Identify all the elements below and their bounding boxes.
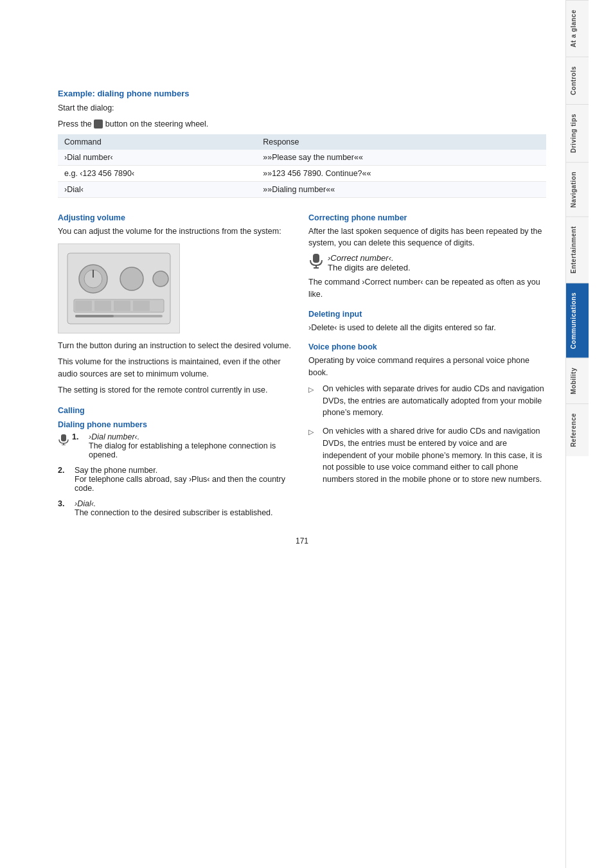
correct-cmd: ›Correct number‹. (328, 253, 394, 263)
example-dialing-heading: Example: dialing phone numbers (58, 89, 546, 98)
adjusting-volume-body3: This volume for the instructions is main… (58, 356, 296, 380)
example-dialing-intro1: Start the dialog: (58, 102, 546, 114)
voice-phone-book-bullets: ▷On vehicles with separate drives for au… (308, 383, 546, 486)
deleting-input-body: ›Delete‹ is used to delete all the digit… (308, 322, 546, 334)
adjusting-volume-heading: Adjusting volume (58, 213, 296, 222)
deleting-input-heading: Deleting input (308, 310, 546, 319)
step-2-desc: For telephone calls abroad, say ›Plus‹ a… (75, 475, 285, 493)
example-dialing-section: Example: dialing phone numbers Start the… (58, 89, 546, 198)
voice-phone-book-body: Operating by voice command requires a pe… (308, 355, 546, 379)
voice-phone-book-heading: Voice phone book (308, 342, 546, 351)
bullet-text: On vehicles with separate drives for aud… (323, 383, 546, 419)
step-3-desc: The connection to the desired subscriber… (75, 508, 273, 517)
adjusting-volume-body2: Turn the button during an instruction to… (58, 340, 296, 352)
svg-rect-11 (75, 315, 114, 317)
correcting-phone-body2: The command ›Correct number‹ can be repe… (308, 276, 546, 301)
table-cell-response: »»Please say the number«« (256, 150, 546, 166)
correcting-phone-body1: After the last spoken sequence of digits… (308, 226, 546, 250)
sidebar-tab-communications[interactable]: Communications (566, 283, 589, 358)
sidebar-tab-mobility[interactable]: Mobility (566, 358, 589, 403)
command-table: Command Response ›Dial number‹»»Please s… (58, 134, 546, 198)
table-cell-command: ›Dial number‹ (58, 150, 256, 166)
step-3: 3. ›Dial‹. The connection to the desired… (58, 499, 296, 517)
mic-icon-correct (308, 253, 324, 269)
sidebar-tab-reference[interactable]: Reference (566, 403, 589, 456)
correct-note: The digits are deleted. (328, 263, 411, 272)
sidebar-tab-controls[interactable]: Controls (566, 57, 589, 104)
dialing-steps-list: 1. ›Dial number‹. The dialog for establi… (58, 432, 296, 517)
step-1-content: ›Dial number‹. The dialog for establishi… (89, 432, 296, 459)
step-3-num: 3. (58, 499, 69, 508)
adjusting-volume-body4: The setting is stored for the remote con… (58, 384, 296, 396)
sidebar-tab-navigation[interactable]: Navigation (566, 162, 589, 217)
bullet-item: ▷On vehicles with separate drives for au… (308, 383, 546, 419)
voice-phone-book-section: Voice phone book Operating by voice comm… (308, 342, 546, 486)
correct-num-row: ›Correct number‹. The digits are deleted… (308, 253, 546, 272)
table-row: ›Dial‹»»Dialing number«« (58, 181, 546, 197)
bullet-arrow-icon: ▷ (308, 384, 317, 419)
svg-rect-16 (313, 254, 319, 263)
step-1: 1. ›Dial number‹. The dialog for establi… (58, 432, 296, 459)
step-2-content: Say the phone number. For telephone call… (75, 466, 296, 493)
bullet-arrow-icon: ▷ (308, 427, 317, 486)
calling-heading: Calling (58, 406, 296, 415)
table-row: ›Dial number‹»»Please say the number«« (58, 150, 546, 166)
table-row: e.g. ‹123 456 7890‹»»123 456 7890. Conti… (58, 165, 546, 181)
mic-icon-step1 (58, 434, 69, 445)
svg-rect-6 (75, 301, 92, 311)
sidebar-tab-at-a-glance[interactable]: At a glance (566, 0, 589, 57)
step-1-cmd: ›Dial number‹. (89, 432, 139, 441)
svg-point-4 (153, 271, 168, 287)
page-number: 171 (58, 536, 546, 545)
step-2: 2. Say the phone number. For telephone c… (58, 466, 296, 493)
adjusting-volume-body1: You can adjust the volume for the instru… (58, 226, 296, 238)
step-2-num: 2. (58, 466, 69, 475)
adjusting-volume-section: Adjusting volume You can adjust the volu… (58, 213, 296, 396)
table-header-response: Response (256, 134, 546, 150)
volume-image (58, 244, 180, 333)
bullet-item: ▷On vehicles with a shared drive for aud… (308, 425, 546, 486)
svg-rect-9 (133, 301, 150, 311)
sidebar-tab-driving-tips[interactable]: Driving tips (566, 104, 589, 162)
calling-section: Calling Dialing phone numbers (58, 406, 296, 517)
svg-rect-8 (114, 301, 130, 311)
dialing-phone-numbers-heading: Dialing phone numbers (58, 420, 296, 429)
step-3-content: ›Dial‹. The connection to the desired su… (75, 499, 273, 517)
table-cell-command: ›Dial‹ (58, 181, 256, 197)
correct-num-text: ›Correct number‹. The digits are deleted… (328, 253, 411, 272)
step-2-cmd: Say the phone number. (75, 466, 157, 475)
deleting-input-section: Deleting input ›Delete‹ is used to delet… (308, 310, 546, 334)
correcting-phone-heading: Correcting phone number (308, 213, 546, 222)
sidebar: At a glanceControlsDriving tipsNavigatio… (565, 0, 589, 868)
svg-point-3 (120, 267, 143, 290)
step-1-num: 1. (72, 432, 84, 441)
step-3-cmd: ›Dial‹. (75, 499, 96, 508)
table-cell-response: »»123 456 7890. Continue?«« (256, 165, 546, 181)
correcting-phone-section: Correcting phone number After the last s… (308, 213, 546, 301)
svg-rect-7 (94, 301, 111, 311)
table-header-command: Command (58, 134, 256, 150)
svg-rect-13 (61, 434, 66, 441)
example-dialing-intro2: Press the button on the steering wheel. (58, 118, 546, 130)
step-1-desc: The dialog for establishing a telephone … (89, 441, 276, 459)
bullet-text: On vehicles with a shared drive for audi… (323, 425, 546, 486)
sidebar-tab-entertainment[interactable]: Entertainment (566, 217, 589, 283)
table-cell-response: »»Dialing number«« (256, 181, 546, 197)
table-cell-command: e.g. ‹123 456 7890‹ (58, 165, 256, 181)
